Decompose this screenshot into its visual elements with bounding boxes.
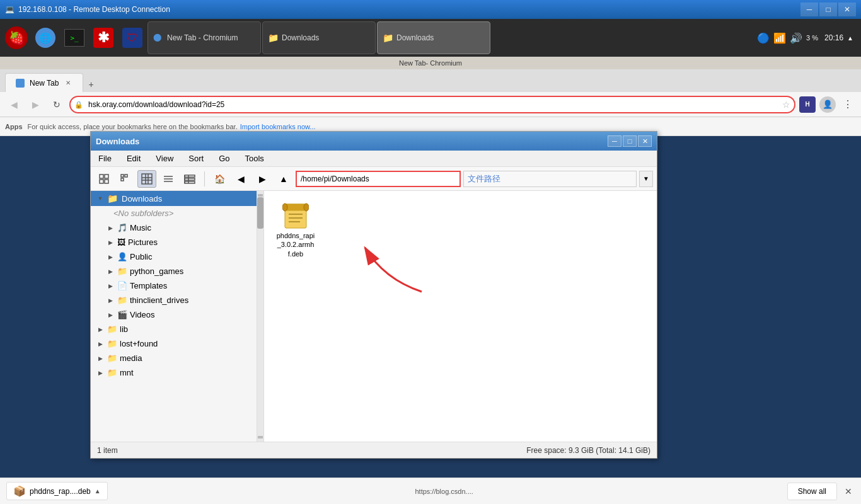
taskbar-terminal-button[interactable]: >_ xyxy=(61,24,88,52)
fm-menu-file[interactable]: File xyxy=(96,152,114,164)
browser-tab-newtab[interactable]: New Tab ✕ xyxy=(5,73,83,92)
download-filename: phddns_rap....deb xyxy=(30,487,91,496)
expand-videos-icon[interactable]: ▶ xyxy=(106,311,115,319)
fm-nav-back-btn[interactable]: ◀ xyxy=(231,170,250,188)
chrome-menu-button[interactable]: ⋮ xyxy=(840,96,856,113)
taskbar-shield-button[interactable]: 🛡 xyxy=(118,24,146,52)
deb-file-name: phddns_rapi_3.0.2.armhf.deb xyxy=(277,231,315,258)
sidebar-item-templates[interactable]: ▶ 📄 Templates xyxy=(91,278,257,293)
fm-path-input[interactable] xyxy=(296,171,461,187)
folder-icon-2: 📁 xyxy=(383,33,393,43)
fm-view-icon-btn[interactable] xyxy=(95,170,113,188)
tray-expand-icon[interactable]: ▲ xyxy=(847,35,853,42)
svg-rect-5 xyxy=(125,175,127,177)
rdp-close-button[interactable]: ✕ xyxy=(838,3,856,16)
rdp-minimize-button[interactable]: ─ xyxy=(800,3,818,16)
bookmarks-instruction-text: For quick access, place your bookmarks h… xyxy=(28,123,238,130)
fm-menu-tools[interactable]: Tools xyxy=(243,152,267,164)
fm-nav-up-btn[interactable]: ▲ xyxy=(274,170,293,188)
taskbar-tab-newtab[interactable]: ⬤ New Tab - Chromium xyxy=(147,21,261,54)
expand-downloads-icon[interactable]: ▼ xyxy=(96,194,105,203)
scroll-marker-top xyxy=(258,194,263,197)
show-all-button[interactable]: Show all xyxy=(787,483,837,500)
expand-thinclient-icon[interactable]: ▶ xyxy=(106,296,115,305)
fm-sidebar: ▼ 📁 Downloads <No subfolders> ▶ 🎵 Music … xyxy=(91,191,257,442)
svg-rect-6 xyxy=(121,178,124,181)
fm-window-controls: ─ □ ✕ xyxy=(608,135,652,147)
expand-lib-icon[interactable]: ▶ xyxy=(96,325,105,334)
chrome-profile-icon[interactable]: 👤 xyxy=(819,96,836,113)
bookmarks-apps-label: Apps xyxy=(5,123,23,130)
taskbar-raspberry-icon[interactable]: 🍓 xyxy=(3,24,30,52)
sidebar-item-public[interactable]: ▶ 👤 Public xyxy=(91,249,257,264)
system-time: 20:16 xyxy=(824,33,843,42)
terminal-icon: >_ xyxy=(64,29,84,47)
fm-toolbar: 🏠 ◀ ▶ ▲ 文件路径 ▼ xyxy=(91,167,657,191)
media-icon: 📁 xyxy=(107,353,117,363)
sidebar-item-python-games[interactable]: ▶ 📁 python_games xyxy=(91,264,257,278)
bookmark-star-icon[interactable]: ☆ xyxy=(782,100,790,110)
bluetooth-icon: 🔵 xyxy=(757,32,770,44)
expand-lostfound-icon[interactable]: ▶ xyxy=(96,340,105,348)
sidebar-item-lib[interactable]: ▶ 📁 lib xyxy=(91,322,257,336)
sidebar-scroll-thumb[interactable] xyxy=(257,197,263,229)
taskbar-globe-button[interactable]: 🌐 xyxy=(32,24,59,52)
svg-rect-15 xyxy=(185,175,195,177)
taskbar-asterisk-button[interactable]: ✱ xyxy=(90,24,117,52)
fm-path-dropdown-button[interactable]: ▼ xyxy=(639,171,653,187)
expand-pictures-icon[interactable]: ▶ xyxy=(106,238,115,247)
download-chevron-icon[interactable]: ▲ xyxy=(95,488,101,495)
browser-back-button[interactable]: ◀ xyxy=(5,96,23,113)
expand-music-icon[interactable]: ▶ xyxy=(106,224,115,232)
fm-close-button[interactable]: ✕ xyxy=(638,135,652,147)
fm-file-item-deb[interactable]: phddns_rapi_3.0.2.armhf.deb xyxy=(270,197,321,261)
sidebar-item-mnt[interactable]: ▶ 📁 mnt xyxy=(91,365,257,380)
fm-menu-view[interactable]: View xyxy=(153,152,176,164)
deb-file-icon xyxy=(280,200,311,230)
taskbar-tab-downloads1[interactable]: 📁 Downloads xyxy=(262,21,376,54)
sidebar-item-thinclient[interactable]: ▶ 📁 thinclient_drives xyxy=(91,293,257,307)
rdp-maximize-button[interactable]: □ xyxy=(819,3,837,16)
fm-view-detail-btn[interactable] xyxy=(180,170,199,188)
sidebar-item-lost-found[interactable]: ▶ 📁 lost+found xyxy=(91,336,257,351)
expand-python-games-icon[interactable]: ▶ xyxy=(106,267,115,276)
expand-mnt-icon[interactable]: ▶ xyxy=(96,369,105,377)
expand-public-icon[interactable]: ▶ xyxy=(106,253,115,261)
sidebar-item-videos[interactable]: ▶ 🎬 Videos xyxy=(91,307,257,322)
browser-reload-button[interactable]: ↻ xyxy=(48,96,66,113)
sidebar-item-music[interactable]: ▶ 🎵 Music xyxy=(91,220,257,235)
expand-templates-icon[interactable]: ▶ xyxy=(106,282,115,290)
expand-media-icon[interactable]: ▶ xyxy=(96,354,105,363)
taskbar: 🍓 🌐 >_ ✱ 🛡 ⬤ New Tab - Chromium 📁 Downlo… xyxy=(0,19,861,57)
hsk-extension-icon[interactable]: H xyxy=(799,96,816,113)
fm-menu-go[interactable]: Go xyxy=(216,152,232,164)
volume-icon: 🔊 xyxy=(790,32,802,44)
sidebar-item-media[interactable]: ▶ 📁 media xyxy=(91,351,257,365)
close-download-bar-button[interactable]: ✕ xyxy=(842,486,855,496)
fm-nav-forward-btn[interactable]: ▶ xyxy=(253,170,272,188)
new-tab-button[interactable]: + xyxy=(83,77,98,92)
fm-view-list-btn[interactable] xyxy=(159,170,178,188)
fm-toolbar-sep-1 xyxy=(204,171,205,186)
browser-tab-label: New Tab xyxy=(30,79,59,88)
fm-minimize-button[interactable]: ─ xyxy=(608,135,621,147)
fm-nav-home-btn[interactable]: 🏠 xyxy=(210,170,229,188)
fm-menu-edit[interactable]: Edit xyxy=(124,152,143,164)
import-bookmarks-link[interactable]: Import bookmarks now... xyxy=(240,123,316,130)
browser-tab-close-button[interactable]: ✕ xyxy=(64,79,72,88)
fm-maximize-button[interactable]: □ xyxy=(623,135,637,147)
taskbar-tab-downloads2[interactable]: 📁 Downloads xyxy=(377,21,490,54)
file-manager-window: Downloads ─ □ ✕ File Edit View Sort Go T… xyxy=(90,131,657,459)
fm-view-grid-btn[interactable] xyxy=(137,170,156,188)
fm-view-compact-btn[interactable] xyxy=(116,170,135,188)
browser-forward-button[interactable]: ▶ xyxy=(26,96,44,113)
sidebar-item-downloads[interactable]: ▼ 📁 Downloads xyxy=(91,191,257,206)
battery-level: 3 % xyxy=(806,34,818,42)
url-bar-input[interactable] xyxy=(69,96,795,113)
sidebar-item-pictures[interactable]: ▶ 🖼 Pictures xyxy=(91,235,257,249)
sidebar-videos-label: Videos xyxy=(130,310,155,319)
sidebar-scrollbar[interactable] xyxy=(257,191,263,442)
fm-menu-sort[interactable]: Sort xyxy=(186,152,206,164)
svg-rect-2 xyxy=(100,180,103,183)
videos-icon: 🎬 xyxy=(117,310,127,319)
